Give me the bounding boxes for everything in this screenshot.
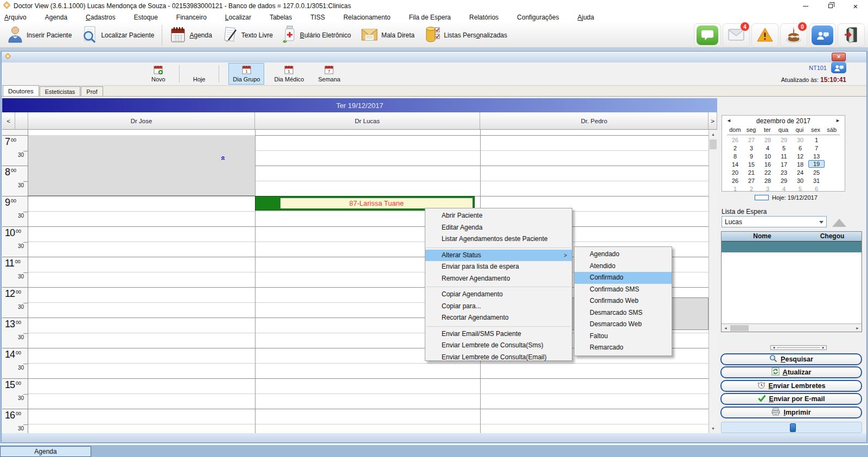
menu-item-copiar-agendamento[interactable]: Copiar Agendamento <box>425 289 572 301</box>
calendar-day-31[interactable]: 31 <box>808 176 825 185</box>
calendar-day-24[interactable]: 24 <box>792 168 808 176</box>
submenu-item-faltou[interactable]: Faltou <box>575 331 672 342</box>
calendar-day-6[interactable]: 6 <box>808 185 825 193</box>
calendar-day-26[interactable]: 26 <box>727 176 743 185</box>
menu-item-abrir-paciente[interactable]: Abrir Paciente <box>425 210 572 222</box>
calendar-day-25[interactable]: 25 <box>808 168 825 176</box>
calendar-day-13[interactable]: 13 <box>808 152 825 160</box>
column-header-dr-lucas[interactable]: Dr Lucas <box>255 112 480 130</box>
taskbar-tab-agenda[interactable]: Agenda <box>0 446 91 457</box>
calendar-day-16[interactable]: 16 <box>760 160 776 168</box>
calendar-day-4[interactable]: 4 <box>760 144 776 152</box>
sidebar-button-pesquisar[interactable]: Pesquisar <box>720 353 862 365</box>
tab-prof[interactable]: Prof <box>81 86 103 96</box>
toolbar-button-localizar-paciente[interactable]: Localizar Paciente <box>76 23 159 47</box>
calendar-day-1[interactable]: 1 <box>727 185 743 193</box>
menubar-item-tiss[interactable]: TISS <box>310 14 325 21</box>
calendar-day-5[interactable]: 5 <box>776 144 792 152</box>
toolbar-button-bulario-eletronico[interactable]: Bulário Eletrônico <box>278 23 356 47</box>
submenu-item-agendado[interactable]: Agendado <box>575 249 672 261</box>
menubar-item-localizar[interactable]: Localizar <box>225 14 251 21</box>
notification-button-mail[interactable]: 4 <box>723 23 750 47</box>
menu-item-copiar-para[interactable]: Copiar para... <box>425 301 572 313</box>
calendar-day-23[interactable]: 23 <box>776 168 792 176</box>
menu-item-enviar-email-sms-paciente[interactable]: Enviar Email/SMS Paciente <box>425 328 572 340</box>
calendar-day-2[interactable]: 2 <box>743 185 760 193</box>
toolbar-button-inserir-paciente[interactable]: Inserir Paciente <box>2 23 76 47</box>
menu-item-alterar-status[interactable]: Alterar Status> <box>425 250 572 262</box>
waitlist-table[interactable]: Nome Chegou ◄ ► <box>721 231 862 332</box>
slider-thumb[interactable] <box>790 423 796 432</box>
menu-item-enviar-lembrete-de-consulta-sms[interactable]: Enviar Lembrete de Consulta(Sms) <box>425 340 572 352</box>
submenu-item-desmarcado-web[interactable]: Desmarcado Web <box>575 319 672 331</box>
calendar-day-4[interactable]: 4 <box>776 185 792 193</box>
calendar-day-5[interactable]: 5 <box>792 185 808 193</box>
minimize-button[interactable] <box>793 0 818 12</box>
calendar-day-27[interactable]: 27 <box>743 136 760 144</box>
collapse-panel-triangle-button[interactable] <box>832 219 846 227</box>
calendar-day-29[interactable]: 29 <box>776 176 792 185</box>
scroll-up-button[interactable]: ▲ <box>709 130 717 138</box>
menubar-item-relacionamento[interactable]: Relacionamento <box>343 14 391 21</box>
calendar-day-19[interactable]: 19 <box>808 160 825 168</box>
menu-item-listar-agendamentos-deste-paciente[interactable]: Listar Agendamentos deste Paciente <box>425 233 572 245</box>
menubar-item-cadastros[interactable]: Cadastros <box>86 14 116 21</box>
tab-esteticistas[interactable]: Esteticistas <box>40 86 81 96</box>
column-header-dr-pedro[interactable]: Dr. Pedro <box>480 112 709 130</box>
calendar-day-26[interactable]: 26 <box>727 136 743 144</box>
calendar-day-11[interactable]: 11 <box>776 152 792 160</box>
zoom-slider[interactable] <box>721 422 862 433</box>
scrollbar-thumb[interactable] <box>730 325 749 331</box>
agenda-close-button[interactable]: × <box>832 53 846 61</box>
waitlist-combobox[interactable]: Lucas <box>722 216 827 227</box>
submenu-item-desmarcado-sms[interactable]: Desmarcado SMS <box>575 307 672 319</box>
calendar-next-month-button[interactable]: ► <box>835 118 840 123</box>
menu-item-recortar-agendamento[interactable]: Recortar Agendamento <box>425 312 572 324</box>
calendar-prev-month-button[interactable]: ◄ <box>726 118 731 123</box>
waitlist-horizontal-scrollbar[interactable]: ◄ ► <box>722 323 861 332</box>
panel-splitter[interactable]: ▼ ▼ <box>770 345 827 350</box>
menu-item-enviar-para-lista-de-espera[interactable]: Enviar para lista de espera <box>425 261 572 273</box>
menubar-item-financeiro[interactable]: Financeiro <box>176 14 207 21</box>
menubar-item-tabelas[interactable]: Tabelas <box>270 14 292 21</box>
scroll-left-button[interactable]: ◄ <box>724 326 727 330</box>
calendar-day-20[interactable]: 20 <box>727 168 743 176</box>
toolbar-button-listas-personalizadas[interactable]: Listas Personalizadas <box>419 23 512 47</box>
calendar-day-30[interactable]: 30 <box>792 176 808 185</box>
column-header-dr-jose[interactable]: Dr Jose <box>28 112 255 130</box>
toolbar-button-agenda[interactable]: Agenda <box>165 23 216 47</box>
calendar-day-1[interactable]: 1 <box>808 136 825 144</box>
restore-button[interactable] <box>818 0 843 12</box>
submenu-item-atendido[interactable]: Atendido <box>575 261 672 272</box>
calendar-day-15[interactable]: 15 <box>743 160 760 168</box>
view-button-dia-grupo[interactable]: 1Dia Grupo <box>228 63 264 85</box>
tab-doutores[interactable]: Doutores <box>3 85 39 96</box>
calendar-day-2[interactable]: 2 <box>727 144 743 152</box>
menubar-item-configuracoes[interactable]: Configurações <box>517 14 559 21</box>
submenu-item-confirmado-web[interactable]: Confirmado Web <box>575 295 672 307</box>
notification-button-exit[interactable] <box>838 23 865 47</box>
toolbar-button-mala-direta[interactable]: Mala Direta <box>356 23 419 47</box>
menu-item-enviar-lembrete-de-consulta-email[interactable]: Enviar Lembrete de Consulta(Email) <box>425 352 572 364</box>
scroll-down-button[interactable]: ▼ <box>709 424 717 433</box>
submenu-item-confirmado-sms[interactable]: Confirmado SMS <box>575 284 672 296</box>
collapse-up-chevron-icon[interactable]: « <box>219 156 228 160</box>
calendar-day-14[interactable]: 14 <box>727 160 743 168</box>
sidebar-button-atualizar[interactable]: Atualizar <box>720 366 862 378</box>
scroll-columns-right-button[interactable]: > <box>709 112 717 130</box>
menubar-item-agenda[interactable]: Agenda <box>45 14 67 21</box>
notification-button-contacts[interactable] <box>809 23 836 47</box>
menubar-item-ajuda[interactable]: Ajuda <box>577 14 594 21</box>
close-button[interactable]: × <box>843 0 868 12</box>
toolbar-button-texto-livre[interactable]: Texto Livre <box>217 23 278 47</box>
calendar-day-7[interactable]: 7 <box>808 144 825 152</box>
scrollbar-thumb[interactable] <box>710 139 717 149</box>
view-button-dia-medico[interactable]: 1Dia Médico <box>270 63 308 85</box>
submenu-item-remarcado[interactable]: Remarcado <box>575 342 672 354</box>
contacts-mini-icon[interactable] <box>831 62 846 73</box>
calendar-day-12[interactable]: 12 <box>792 152 808 160</box>
menubar-item-fila-de-espera[interactable]: Fila de Espera <box>409 14 451 21</box>
calendar-day-8[interactable]: 8 <box>727 152 743 160</box>
submenu-item-confirmado[interactable]: Confirmado <box>575 272 672 284</box>
scroll-right-button[interactable]: ► <box>856 326 859 330</box>
